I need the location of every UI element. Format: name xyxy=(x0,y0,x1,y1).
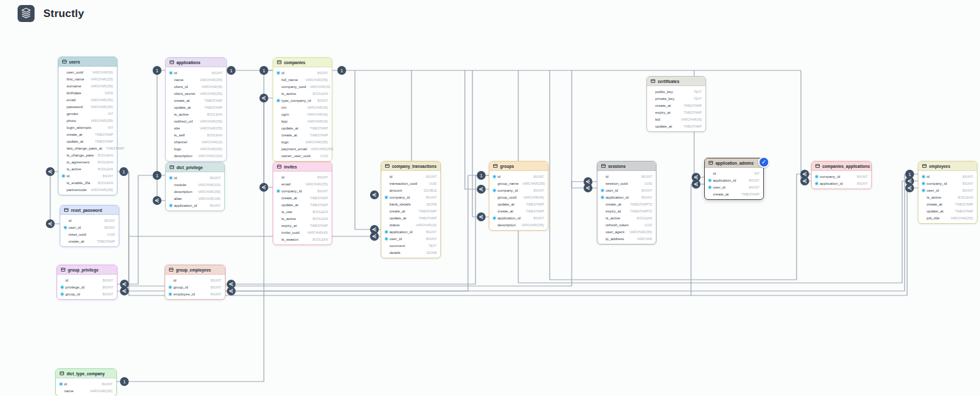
column-row: last_change_pass_atTIMESTAMP xyxy=(58,145,117,151)
table-header[interactable]: company_transactions xyxy=(381,162,440,171)
table-card-reset_password[interactable]: reset_passwordidBIGINTuser_idBIGINTreset… xyxy=(60,205,119,247)
table-card-invites[interactable]: invitesidBIGINTemailVARCHAR(255)company_… xyxy=(273,162,332,245)
column-list: idBIGINTprivilege_idBIGINTgroup_idBIGINT xyxy=(57,275,117,299)
column-row: update_atTIMESTAMP xyxy=(647,123,705,129)
table-card-employees[interactable]: employeesidBIGINTcompany_idBIGINTuser_id… xyxy=(918,161,977,224)
key-dot-icon xyxy=(385,196,388,199)
table-header[interactable]: reset_password xyxy=(60,206,119,215)
column-name: email xyxy=(67,98,75,102)
column-name: company_id xyxy=(389,195,410,199)
column-row: update_atTIMESTAMP xyxy=(273,124,332,131)
column-name: is_season xyxy=(281,238,298,241)
table-header[interactable]: sessions xyxy=(597,162,656,171)
column-row: company_idBIGINT xyxy=(812,173,871,180)
table-header[interactable]: dict_privilege xyxy=(166,163,224,172)
table-card-groups[interactable]: groupsidBIGINTgroup_nameVARCHAR(255)comp… xyxy=(489,161,548,231)
table-icon xyxy=(277,60,281,64)
column-row: is_change_passBOOLEAN xyxy=(58,151,117,158)
table-header[interactable]: groups xyxy=(489,162,548,171)
table-card-sessions[interactable]: sessionsidBIGINTsession_uuidUUIDuser_idB… xyxy=(597,161,656,245)
column-name: user_uuid xyxy=(67,70,83,74)
column-row: innVARCHAR(36) xyxy=(273,104,332,111)
column-row: amountDOUBLE xyxy=(381,187,440,194)
relation-line xyxy=(264,70,273,187)
column-name: privilege_id xyxy=(65,285,84,289)
column-name: user_id xyxy=(389,237,402,241)
column-name: description xyxy=(174,190,192,194)
column-row: employee_idBIGINT xyxy=(165,290,225,297)
table-header[interactable]: invites xyxy=(273,162,332,172)
table-header[interactable]: certificates xyxy=(647,77,705,86)
relation-node-many-icon xyxy=(46,167,55,176)
table-name: applications xyxy=(177,60,200,65)
table-name: company_transactions xyxy=(392,164,437,168)
column-row: user_idBIGINT xyxy=(381,235,440,242)
column-type: BOOLEAN xyxy=(309,210,328,214)
column-name: company_id xyxy=(927,182,947,185)
table-card-dict_privilege[interactable]: dict_privilegeidBIGINTmoduleVARCHAR(100)… xyxy=(165,162,225,211)
table-card-users[interactable]: usersuser_uuidVARCHAR(36)first_nameVARCH… xyxy=(58,57,117,195)
relation-node-many-icon xyxy=(227,287,236,295)
key-dot-icon xyxy=(815,182,818,185)
column-type: VARCHAR(255) xyxy=(947,216,973,220)
table-card-companies[interactable]: companiesidBIGINTfull_nameVARCHAR(255)co… xyxy=(273,57,332,162)
key-dot-icon xyxy=(61,293,63,295)
table-card-dict_type_company[interactable]: dict_type_companyidBIGINTnameVARCHAR(255… xyxy=(55,368,117,396)
column-row: nameVARCHAR(255) xyxy=(56,387,116,394)
table-header[interactable]: dict_type_company xyxy=(56,369,116,378)
column-type: BIGINT xyxy=(530,189,544,192)
column-name: id xyxy=(606,175,609,179)
column-type: VARCHAR(36) xyxy=(303,119,328,123)
table-card-certificates[interactable]: certificatespublic_keyTEXTprivate_keyTEX… xyxy=(646,76,706,132)
table-header[interactable]: group_privilege xyxy=(57,265,117,275)
relation-line xyxy=(572,70,597,188)
column-name: client_secret xyxy=(174,92,195,96)
table-name: sessions xyxy=(608,164,626,168)
column-row: payment_emailVARCHAR(255) xyxy=(273,145,332,152)
diagram-canvas[interactable]: 111111111 usersuser_uuidVARCHAR(36)first… xyxy=(0,0,980,396)
relation-node-many-icon xyxy=(584,184,592,192)
column-name: logo xyxy=(174,147,181,151)
table-name: group_privilege xyxy=(68,268,99,272)
column-name: is_active xyxy=(67,167,81,171)
relation-node-one-icon: 1 xyxy=(119,167,128,176)
column-name: id xyxy=(67,174,70,178)
table-card-application_admins[interactable]: application_adminsidINTapplication_idBIG… xyxy=(704,158,764,200)
column-row: moduleVARCHAR(100) xyxy=(166,181,224,188)
column-name: user_id xyxy=(68,226,81,229)
column-name: create_at xyxy=(606,202,621,206)
column-row: first_nameVARCHAR(255) xyxy=(58,75,117,82)
table-header[interactable]: group_employees xyxy=(165,265,225,275)
column-row: create_atTIMESTAMP xyxy=(58,131,117,138)
column-type: TIMESTAMP xyxy=(306,133,328,137)
table-name: dict_type_company xyxy=(67,371,105,376)
table-icon xyxy=(601,164,606,168)
key-dot-icon xyxy=(62,175,65,177)
column-row: is_agreementBOOLEAN xyxy=(58,158,117,165)
column-type: BIGINT xyxy=(207,292,221,296)
table-header[interactable]: application_admins xyxy=(705,158,763,168)
table-header[interactable]: companies xyxy=(273,58,332,67)
table-card-company_transactions[interactable]: company_transactionsidBIGINTtransaction_… xyxy=(381,161,441,258)
table-card-applications[interactable]: applicationsidBIGINTnameVARCHAR(255)clie… xyxy=(165,57,227,162)
column-row: private_keyTEXT xyxy=(647,95,705,102)
column-name: public_key xyxy=(655,90,673,94)
svg-text:1: 1 xyxy=(480,173,482,179)
table-card-group_privilege[interactable]: group_privilegeidBIGINTprivilege_idBIGIN… xyxy=(57,265,117,300)
table-header[interactable]: employees xyxy=(918,162,977,171)
relation-node-many-icon xyxy=(477,212,486,221)
column-name: create_at xyxy=(67,133,82,136)
table-header[interactable]: companies_applications xyxy=(812,162,871,171)
svg-text:1: 1 xyxy=(908,172,911,177)
table-header[interactable]: users xyxy=(58,57,117,67)
relation-node-one-icon: 1 xyxy=(337,66,346,75)
table-card-companies_applications[interactable]: companies_applicationscompany_idBIGINTap… xyxy=(811,161,872,189)
relation-node-one-icon: 1 xyxy=(120,377,129,386)
column-type: BOOLEAN xyxy=(94,181,113,185)
column-type: TIMESTAMP xyxy=(680,104,702,107)
column-row: expiry_atTIMESTAMP xyxy=(647,109,705,116)
table-card-group_employees[interactable]: group_employeesidBIGINTgroup_idBIGINTemp… xyxy=(165,265,226,300)
column-row: channelVARCHAR(15) xyxy=(166,138,226,145)
table-header[interactable]: applications xyxy=(166,58,226,67)
column-row: is_seasonBOOLEAN xyxy=(273,236,332,243)
